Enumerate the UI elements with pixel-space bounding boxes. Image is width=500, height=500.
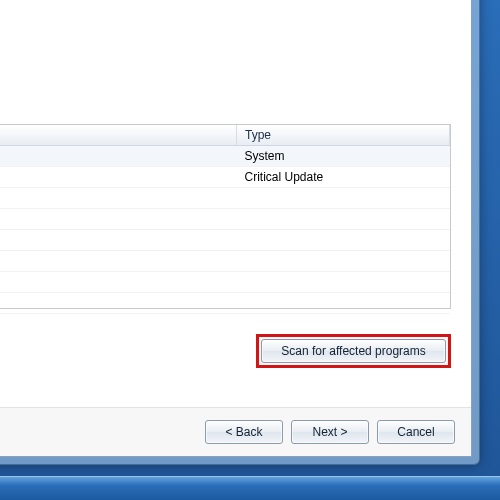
wizard-footer: < Back Next > Cancel	[0, 407, 471, 456]
scan-affected-programs-button[interactable]: Scan for affected programs	[261, 339, 446, 363]
wizard-page: How do I choose a restore point? :00 Des…	[0, 0, 471, 407]
table-row-empty: .	[0, 209, 450, 230]
system-restore-window: How do I choose a restore point? :00 Des…	[0, 0, 480, 465]
table-row-empty: .	[0, 188, 450, 209]
restore-points-table[interactable]: Description Type Automatic Restore Point…	[0, 124, 451, 309]
desktop-background: How do I choose a restore point? :00 Des…	[0, 0, 500, 500]
cell-description: Automatic Restore Point	[0, 146, 236, 167]
back-button[interactable]: < Back	[205, 420, 283, 444]
table-row-empty: .	[0, 251, 450, 272]
table-row[interactable]: Automatic Restore Point System	[0, 146, 450, 167]
column-header-type[interactable]: Type	[236, 125, 449, 146]
table-row-empty: .	[0, 293, 450, 314]
table-row-empty: .	[0, 230, 450, 251]
taskbar[interactable]	[0, 476, 500, 500]
cell-type: Critical Update	[236, 167, 449, 188]
cell-description: Windows Update	[0, 167, 236, 188]
options-row: s Scan for affected programs	[0, 334, 451, 368]
window-client-area: How do I choose a restore point? :00 Des…	[0, 0, 472, 457]
cancel-button[interactable]: Cancel	[377, 420, 455, 444]
next-button[interactable]: Next >	[291, 420, 369, 444]
cell-type: System	[236, 146, 449, 167]
table-row[interactable]: Windows Update Critical Update	[0, 167, 450, 188]
table-header-row[interactable]: Description Type	[0, 125, 450, 146]
table-row-empty: .	[0, 272, 450, 293]
scan-button-highlight: Scan for affected programs	[256, 334, 451, 368]
column-header-description[interactable]: Description	[0, 125, 236, 146]
